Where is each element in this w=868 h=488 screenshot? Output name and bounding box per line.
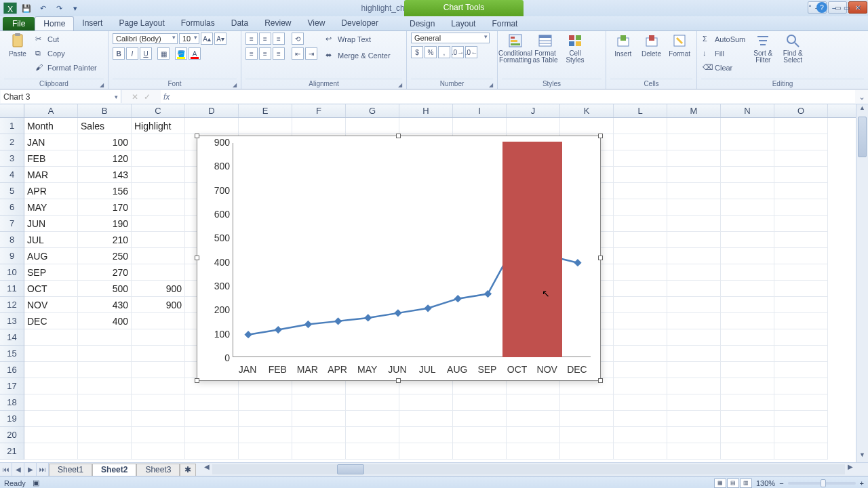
cell[interactable] [614,216,667,232]
row-header[interactable]: 4 [0,167,24,183]
zoom-in-button[interactable]: + [860,479,864,487]
cell[interactable] [667,216,721,232]
row-header[interactable]: 9 [0,248,24,264]
cell[interactable] [667,248,721,264]
cell[interactable] [78,443,132,460]
tab-insert[interactable]: Insert [74,16,111,30]
cell[interactable] [453,443,507,460]
cell[interactable]: APR [24,183,78,199]
cell[interactable] [721,248,774,264]
cell[interactable] [185,443,239,460]
tab-formulas[interactable]: Formulas [173,16,223,30]
paste-button[interactable]: Paste [4,33,31,79]
cell[interactable]: AUG [24,248,78,264]
cell[interactable] [399,443,453,460]
row-header[interactable]: 19 [0,411,24,427]
cell[interactable] [24,346,78,362]
cell[interactable] [667,150,721,167]
cell[interactable] [667,199,721,216]
cell[interactable] [239,411,292,427]
borders-button[interactable]: ▦ [157,47,170,60]
horizontal-scrollbar[interactable]: ◀ ▶ [201,463,868,476]
cell[interactable] [721,411,774,427]
column-header[interactable]: L [614,104,667,117]
cell[interactable] [774,394,828,411]
cell[interactable] [78,427,132,443]
cell[interactable] [185,427,239,443]
row-header[interactable]: 15 [0,346,24,362]
fill-button[interactable]: ↓Fill [701,47,747,60]
cell[interactable] [346,394,399,411]
cell[interactable] [774,167,828,183]
cell[interactable] [614,297,667,313]
cell[interactable] [292,411,346,427]
fx-icon[interactable]: fx [163,92,170,102]
resize-handle[interactable] [195,134,199,138]
cell[interactable] [774,248,828,264]
cell[interactable] [78,411,132,427]
cell[interactable]: 900 [132,281,185,297]
cell[interactable]: 210 [78,232,132,248]
cell[interactable] [774,134,828,150]
sheet-tab-sheet2[interactable]: Sheet2 [92,464,136,476]
cell[interactable] [132,167,185,183]
cell[interactable] [185,118,239,134]
autosum-button[interactable]: ΣAutoSum [701,33,747,46]
new-sheet-button[interactable]: ✱ [180,464,196,476]
row-header[interactable]: 1 [0,118,24,134]
column-header[interactable]: M [667,104,721,117]
cell[interactable] [346,443,399,460]
italic-button[interactable]: I [126,47,138,60]
cell[interactable] [614,118,667,134]
cell[interactable] [667,346,721,362]
cell[interactable] [721,297,774,313]
cell[interactable] [132,199,185,216]
align-right-icon[interactable]: ≡ [273,47,285,60]
data-marker[interactable] [484,290,492,298]
cell[interactable] [239,443,292,460]
cell[interactable]: NOV [24,297,78,313]
highlight-bar[interactable] [502,142,562,357]
zoom-slider[interactable] [788,482,856,485]
cell[interactable] [132,232,185,248]
cell[interactable] [614,362,667,378]
minimize-ribbon-icon[interactable]: ˄ [804,2,815,13]
select-all-corner[interactable] [0,104,24,117]
cell[interactable] [774,183,828,199]
orientation-icon[interactable]: ⟲ [292,33,304,45]
cell[interactable] [667,232,721,248]
insert-cells-button[interactable]: Insert [610,33,636,79]
dialog-launcher-icon[interactable]: ◢ [489,82,493,88]
row-header[interactable]: 16 [0,362,24,378]
cell[interactable]: Highlight [132,118,185,134]
cell[interactable] [667,378,721,394]
row-header[interactable]: 18 [0,394,24,411]
cell[interactable] [507,427,560,443]
cell[interactable] [721,313,774,329]
cell[interactable] [185,394,239,411]
decrease-indent-icon[interactable]: ⇤ [292,47,304,60]
column-header[interactable]: N [721,104,774,117]
prev-sheet-icon[interactable]: ◀ [12,463,24,476]
cut-button[interactable]: ✂Cut [34,33,98,46]
cell[interactable] [614,281,667,297]
number-format-dropdown[interactable]: General [411,33,490,43]
cell[interactable] [239,118,292,134]
cell[interactable] [721,394,774,411]
cell[interactable] [667,411,721,427]
cell[interactable]: 250 [78,248,132,264]
scroll-right-icon[interactable]: ▶ [845,463,856,476]
cell[interactable] [774,216,828,232]
cell[interactable] [399,118,453,134]
align-top-icon[interactable]: ≡ [245,33,258,45]
help-icon[interactable]: ? [816,2,827,13]
increase-decimal-icon[interactable]: .0→ [452,46,464,58]
fill-color-button[interactable]: 🪣 [175,47,187,60]
cell[interactable] [132,216,185,232]
cell[interactable] [667,427,721,443]
cell[interactable] [453,427,507,443]
cell[interactable] [399,411,453,427]
cell[interactable] [774,427,828,443]
cell[interactable] [132,394,185,411]
cell[interactable] [399,427,453,443]
